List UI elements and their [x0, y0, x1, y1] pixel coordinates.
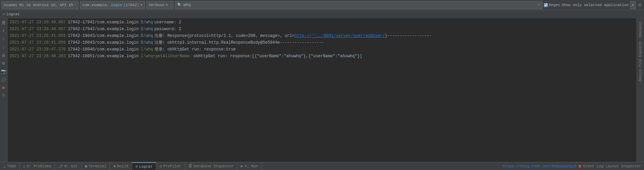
search-input[interactable]	[183, 3, 536, 7]
log-timestamp: 2021-07-27 23:28:47.376	[10, 46, 66, 53]
log-line: 2021-07-27 23:28:41.056 17942-18043/com.…	[9, 39, 635, 46]
device-selector[interactable]: Xiaomi Mi 10 Android 10, API 25 ▾	[1, 1, 79, 9]
todo-icon: △	[3, 164, 6, 168]
tab-profiler[interactable]: ◷ Profiler	[156, 162, 185, 170]
main-content: 🗑 ⬇ ↑ ↓ 🖨 ⚙ 📷 🎥 ■ ? 2021-07-27 23:28:40.…	[0, 18, 644, 162]
tab-terminal[interactable]: ▣ Terminal	[81, 162, 110, 170]
stop-icon[interactable]: ■	[1, 85, 7, 91]
top-bar: Xiaomi Mi 10 Android 10, API 25 ▾ com.ex…	[0, 0, 644, 10]
log-pid: 17942-17942/com.example.login	[68, 19, 139, 26]
log-dashes: }------------------	[385, 33, 431, 39]
down-icon[interactable]: ↓	[1, 44, 7, 50]
log-line: 2021-07-27 23:28:40.897 17942-17942/com.…	[9, 26, 635, 33]
bottom-bar: △ TODO ⚠ 6: Problems ⎇ 9: Git ▣ Terminal…	[0, 162, 644, 170]
git-icon: ⎇	[58, 164, 63, 168]
right-sidebar: Emulator Device File Explorer	[637, 18, 644, 162]
log-level-value: Verbose	[149, 3, 164, 7]
tab-database-inspector[interactable]: 🗄 Database Inspector	[185, 162, 238, 170]
tab-problems-label: 6: Problems	[27, 164, 52, 168]
process-prefix: com.example.	[82, 3, 109, 7]
left-sidebar: 🗑 ⬇ ↑ ↓ 🖨 ⚙ 📷 🎥 ■ ?	[0, 18, 7, 162]
log-level-tag: D/whq	[141, 39, 153, 46]
up-icon[interactable]: ↑	[1, 36, 7, 42]
screenshot-icon[interactable]: 📷	[1, 68, 7, 75]
tab-todo-label: TODO	[7, 164, 16, 168]
log-pid: 17942-18051/com.example.login	[68, 53, 139, 60]
logcat-header-title: ≡ logcat	[3, 12, 20, 16]
log-pid: 17942-18043/com.example.login	[68, 33, 139, 39]
regex-label-text: Regex	[549, 3, 560, 7]
regex-checkbox[interactable]	[544, 3, 548, 7]
tab-git-label: 9: Git	[64, 164, 78, 168]
expand-icon[interactable]: ⊡	[637, 2, 643, 8]
log-message: 注册: Response{protocol=http/1.1, code=200…	[154, 33, 295, 39]
tab-database-label: Database Inspector	[194, 164, 234, 168]
regex-checkbox-label[interactable]: Regex	[544, 3, 560, 7]
profiler-icon: ◷	[160, 164, 162, 168]
log-level-tag: I/whq+getAllUserName:	[141, 53, 192, 60]
database-icon: 🗄	[188, 164, 192, 168]
settings-icon[interactable]: ⚙	[1, 60, 7, 66]
log-timestamp: 2021-07-27 23:28:41.056	[10, 33, 66, 39]
tab-run-label: 4: Run	[244, 164, 258, 168]
problems-icon: ⚠	[23, 164, 25, 168]
show-only-dropdown[interactable]: ▾	[630, 1, 636, 9]
bottom-right-info: https://blog.csdn.net/hequnwang10 Event …	[500, 164, 644, 168]
clear-logcat-icon[interactable]: 🗑	[1, 20, 7, 26]
search-clear-icon[interactable]: ✕	[538, 2, 540, 7]
log-pid: 17942-18046/com.example.login	[68, 46, 139, 53]
layout-inspector-label[interactable]: Layout Inspector	[605, 164, 641, 168]
log-pid: 17942-17942/com.example.login	[68, 26, 139, 33]
help-icon[interactable]: ?	[1, 93, 7, 99]
show-only-text: Show only selected application	[562, 3, 629, 7]
build-icon: ✱	[113, 164, 116, 168]
tab-build[interactable]: ✱ Build	[110, 162, 132, 170]
log-level-tag: D/whq	[141, 26, 153, 33]
tab-profiler-label: Profiler	[163, 164, 181, 168]
bottom-tabs: △ TODO ⚠ 6: Problems ⎇ 9: Git ▣ Terminal…	[0, 162, 500, 170]
tab-run[interactable]: ▶ 4: Run	[237, 162, 261, 170]
device-file-explorer-label[interactable]: Device File Explorer	[639, 39, 642, 83]
process-selector[interactable]: com.example.login (17942) ▾	[80, 1, 145, 9]
log-line: 2021-07-27 23:28:47.376 17942-18046/com.…	[9, 46, 635, 53]
log-message: okHttpGet run: response:[{"userName":"ah…	[194, 53, 362, 60]
tab-logcat-label: Logcat	[139, 165, 153, 169]
hamburger-icon: ≡	[3, 12, 5, 16]
tab-logcat[interactable]: ≡ Logcat	[132, 162, 156, 170]
event-log-label[interactable]: Event Log	[583, 164, 603, 168]
log-line: 2021-07-27 23:28:41.056 17942-18043/com.…	[9, 33, 635, 39]
log-level-tag: D/whq	[141, 19, 153, 26]
log-message: username: 2	[154, 19, 181, 26]
emulator-label[interactable]: Emulator	[639, 20, 642, 39]
tab-problems[interactable]: ⚠ 6: Problems	[20, 162, 55, 170]
log-line: 2021-07-27 23:28:40.897 17942-17942/com.…	[9, 19, 635, 26]
device-label: Xiaomi Mi 10 Android 10, API 25	[4, 3, 73, 7]
log-level-tag: D/whq	[141, 33, 153, 39]
show-only-chevron-icon: ▾	[632, 3, 634, 7]
log-pid: 17942-18043/com.example.login	[68, 39, 139, 46]
process-name: login	[111, 3, 122, 7]
tab-git[interactable]: ⎇ 9: Git	[55, 162, 81, 170]
url-link[interactable]: https://blog.csdn.net/hequnwang10	[502, 164, 576, 168]
logcat-header: ≡ logcat	[0, 10, 644, 18]
video-icon[interactable]: 🎥	[1, 77, 7, 83]
log-level-selector[interactable]: Verbose ▾	[146, 1, 173, 9]
tab-todo[interactable]: △ TODO	[0, 162, 20, 170]
log-message: 注册: okhttp3.internal.http.RealResponseBo…	[154, 39, 324, 46]
log-content[interactable]: 2021-07-27 23:28:40.897 17942-17942/com.…	[7, 18, 637, 162]
process-chevron-icon: ▾	[141, 3, 143, 7]
status-indicator	[578, 165, 581, 168]
search-bar: 🔍 ✕	[175, 1, 542, 9]
log-url-link[interactable]: http://''……:8001/server/user/addUser/	[294, 33, 385, 39]
search-icon: 🔍	[177, 3, 182, 7]
tab-build-label: Build	[117, 164, 128, 168]
log-message: 登录: okHttpGet run: response:true	[154, 46, 236, 53]
log-timestamp: 2021-07-27 23:28:40.897	[10, 26, 66, 33]
log-level-tag: I/whq	[141, 46, 153, 53]
logcat-icon: ≡	[135, 165, 138, 169]
device-chevron-icon: ▾	[75, 3, 76, 7]
log-timestamp: 2021-07-27 23:28:41.056	[10, 39, 66, 46]
scroll-to-end-icon[interactable]: ⬇	[1, 28, 7, 34]
terminal-icon: ▣	[85, 164, 87, 168]
print-icon[interactable]: 🖨	[1, 52, 7, 58]
